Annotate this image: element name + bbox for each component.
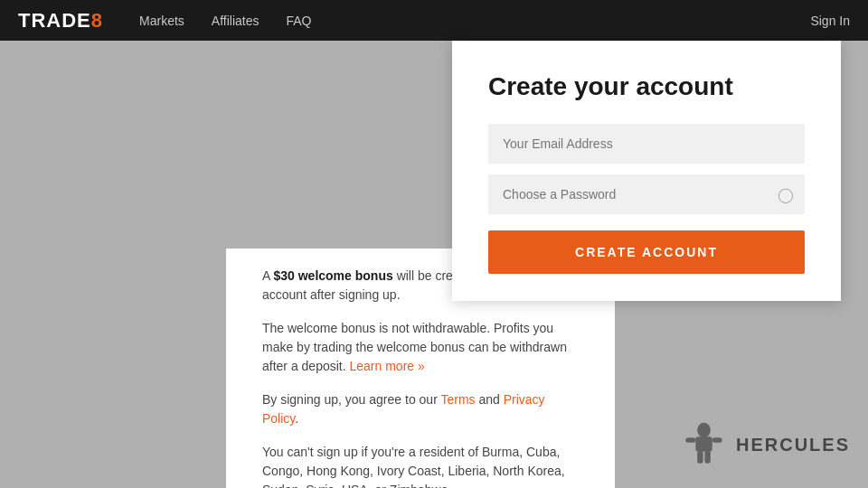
show-password-icon[interactable]: ◯ [778,186,794,203]
main-content: Create your account ◯ CREATE ACCOUNT A $… [0,41,868,488]
svg-point-0 [697,423,711,438]
hercules-logo: HERCULES [679,420,850,470]
navbar: TRADE8 Markets Affiliates FAQ Sign In [0,0,868,41]
svg-rect-4 [697,451,703,464]
nav-faq[interactable]: FAQ [287,14,312,28]
svg-rect-2 [685,437,695,443]
learn-more-link[interactable]: Learn more » [350,359,425,373]
hercules-figure-icon [679,420,729,470]
svg-rect-5 [704,451,710,464]
logo: TRADE8 [18,9,103,33]
card-title: Create your account [488,72,805,101]
nav-links: Markets Affiliates FAQ [139,14,850,28]
info-paragraph: The welcome bonus is not withdrawable. P… [262,319,579,376]
terms-link[interactable]: Terms [440,392,475,407]
password-input[interactable] [488,174,805,214]
hercules-name: HERCULES [736,435,850,455]
email-input[interactable] [488,124,805,164]
svg-rect-1 [695,436,712,452]
bonus-amount: $30 welcome bonus [273,268,392,283]
create-account-button[interactable]: CREATE ACCOUNT [488,230,805,274]
restrict-paragraph: You can't sign up if you're a resident o… [262,443,579,488]
agree-paragraph: By signing up, you agree to our Terms an… [262,390,579,428]
create-account-card: Create your account ◯ CREATE ACCOUNT [452,41,841,301]
nav-markets[interactable]: Markets [139,14,184,28]
svg-rect-3 [712,437,722,443]
password-wrapper: ◯ [488,174,805,214]
sign-in-button[interactable]: Sign In [810,14,850,28]
logo-text: TRADE8 [18,9,103,33]
nav-affiliates[interactable]: Affiliates [212,14,259,28]
